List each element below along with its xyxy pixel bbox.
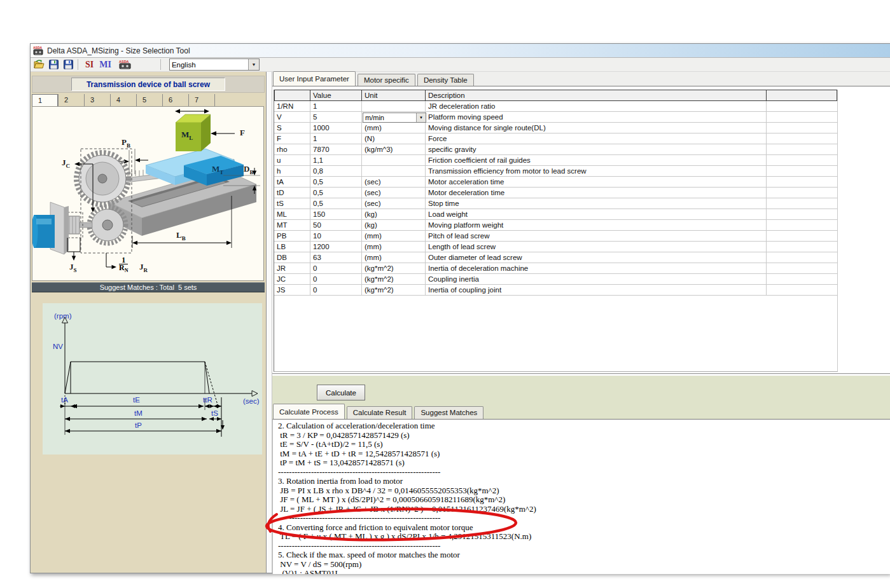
- param-name-cell: JC: [274, 274, 310, 285]
- table-row: tD 0,5 (sec) Motor deceleration time: [274, 188, 837, 198]
- param-name-cell: tA: [274, 177, 310, 188]
- param-value-cell[interactable]: 1,1: [310, 155, 362, 166]
- param-value-cell[interactable]: 0: [310, 285, 362, 296]
- device-tab-3[interactable]: 3: [84, 94, 110, 106]
- param-value-cell[interactable]: 0,5: [310, 188, 362, 198]
- save-as-button[interactable]: [62, 58, 74, 71]
- panel-splitter[interactable]: [267, 72, 272, 573]
- device-tab-5[interactable]: 5: [136, 94, 162, 106]
- output-line: 4. Converting force and friction to equi…: [278, 523, 890, 533]
- toolbar: SI MI ASDA English ▼: [31, 58, 890, 72]
- screenshot-stage: ASDA Delta ASDA_MSizing - Size Selection…: [0, 0, 890, 588]
- param-desc-cell: Transmission efficiency from motor to le…: [426, 166, 767, 177]
- param-desc-cell: Platform moving speed: [426, 112, 767, 123]
- param-name-cell: rho: [274, 144, 310, 155]
- tab-user-input-parameter[interactable]: User Input Parameter: [273, 71, 356, 86]
- tab-suggest-matches[interactable]: Suggest Matches: [414, 406, 483, 419]
- device-tab-6[interactable]: 6: [162, 94, 188, 106]
- tab-calculate-process[interactable]: Calculate Process: [273, 404, 345, 419]
- param-value-cell[interactable]: 0,5: [310, 198, 362, 209]
- mi-units-button[interactable]: MI: [99, 60, 111, 70]
- param-desc-cell: Force: [426, 133, 767, 144]
- unit-dropdown-arrow-icon[interactable]: ▼: [416, 113, 426, 122]
- toolbar-separator-2: [160, 59, 161, 70]
- svg-text:ASDA: ASDA: [33, 46, 43, 50]
- motion-profile-chart: (rpm) NV tA tE ttR (sec) tM tS tP: [43, 303, 262, 455]
- param-unit-cell: [362, 101, 426, 112]
- param-value-cell[interactable]: 50: [310, 220, 362, 231]
- tab-density-table[interactable]: Density Table: [417, 74, 474, 86]
- save-floppy-icon: [49, 60, 59, 69]
- param-value-cell[interactable]: 150: [310, 209, 362, 220]
- param-desc-cell: Inertia of coupling joint: [426, 285, 767, 296]
- app-window: ASDA Delta ASDA_MSizing - Size Selection…: [30, 43, 890, 573]
- param-name-cell: tD: [274, 188, 310, 198]
- param-value-cell[interactable]: 0: [310, 263, 362, 274]
- device-header-label: Transmission device of ball screw: [87, 80, 210, 89]
- calculate-button[interactable]: Calculate: [317, 385, 365, 400]
- save-button[interactable]: [47, 58, 60, 71]
- open-button[interactable]: [32, 58, 45, 71]
- device-tab-7[interactable]: 7: [188, 94, 214, 106]
- tab-motor-specific[interactable]: Motor specific: [358, 74, 415, 86]
- header-unit: Unit: [362, 90, 426, 101]
- label-lb: LB: [176, 230, 186, 242]
- asda-tool-button[interactable]: ASDA: [117, 58, 134, 71]
- param-extra-cell: [767, 123, 837, 133]
- label-js: JS: [69, 262, 77, 273]
- param-unit-cell: (kg): [362, 220, 426, 231]
- unit-dropdown[interactable]: m/min ▼: [363, 113, 426, 123]
- param-value-cell[interactable]: 63: [310, 252, 362, 263]
- header-extra: [767, 90, 837, 101]
- param-desc-cell: Pitch of lead screw: [426, 231, 767, 242]
- param-value-cell[interactable]: 1: [310, 133, 362, 144]
- param-value-cell[interactable]: 0,5: [310, 177, 362, 188]
- parameter-table: Value Unit Description 1/RN 1 JR dece: [274, 90, 838, 372]
- language-select[interactable]: English ▼: [169, 58, 260, 71]
- param-name-cell: LB: [274, 242, 310, 252]
- param-unit-cell: (kg*m^2): [362, 274, 426, 285]
- param-extra-cell: [767, 166, 837, 177]
- chart-tm-label: tM: [134, 409, 143, 417]
- language-dropdown-arrow-icon[interactable]: ▼: [248, 59, 259, 70]
- param-value-cell[interactable]: 0: [310, 274, 362, 285]
- param-value-cell[interactable]: 5: [310, 112, 362, 123]
- param-desc-cell: Moving distance for single route(DL): [426, 123, 767, 133]
- param-value-cell[interactable]: 1000: [310, 123, 362, 133]
- main-area: Transmission device of ball screw 1 2 3 …: [31, 72, 890, 573]
- param-desc-cell: Outer diameter of lead screw: [426, 252, 767, 263]
- label-jr: JR: [139, 262, 148, 273]
- output-line: ----------------------------------------…: [278, 514, 890, 523]
- si-units-button[interactable]: SI: [85, 60, 94, 70]
- titlebar[interactable]: ASDA Delta ASDA_MSizing - Size Selection…: [31, 44, 890, 58]
- param-value-cell[interactable]: 1: [310, 101, 362, 112]
- param-extra-cell: [767, 285, 837, 296]
- device-tab-4[interactable]: 4: [110, 94, 136, 106]
- param-name-cell: MT: [274, 220, 310, 231]
- param-value-cell[interactable]: 10: [310, 231, 362, 242]
- device-tab-1[interactable]: 1: [32, 94, 58, 106]
- param-desc-cell: specific gravity: [426, 144, 767, 155]
- chart-nv-label: NV: [53, 343, 63, 350]
- device-tab-filler: [214, 94, 264, 106]
- table-row: JS 0 (kg*m^2) Inertia of coupling joint: [274, 285, 837, 296]
- tab-calculate-result[interactable]: Calculate Result: [347, 406, 413, 419]
- param-unit-cell: (kg*m^2): [362, 285, 426, 296]
- param-extra-cell: [767, 220, 837, 231]
- param-extra-cell: [767, 274, 837, 285]
- device-tab-2[interactable]: 2: [58, 94, 84, 106]
- param-value-cell[interactable]: 1200: [310, 242, 362, 252]
- param-value-cell[interactable]: 0,8: [310, 166, 362, 177]
- table-row: JC 0 (kg*m^2) Coupling inertia: [274, 274, 837, 285]
- header-description: Description: [426, 90, 767, 101]
- param-unit-cell: (sec): [362, 198, 426, 209]
- param-desc-cell: JR deceleration ratio: [426, 101, 767, 112]
- calculate-strip: Calculate Calculate Process Calculate Re…: [272, 375, 890, 419]
- device-header-strip: Transmission device of ball screw: [32, 76, 265, 93]
- param-desc-cell: Length of lead screw: [426, 242, 767, 252]
- param-name-cell: JR: [274, 263, 310, 274]
- asda-cassette-icon: ASDA: [118, 59, 132, 70]
- param-value-cell[interactable]: 7870: [310, 144, 362, 155]
- param-unit-cell: (kg*m^2): [362, 263, 426, 274]
- table-row: DB 63 (mm) Outer diameter of lead screw: [274, 252, 837, 263]
